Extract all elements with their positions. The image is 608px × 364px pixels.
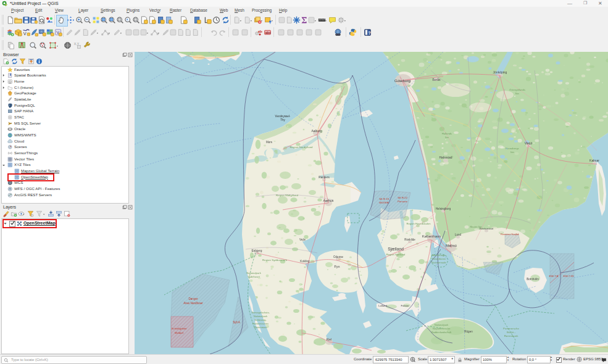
svg-text:Region Sjælland: Region Sjælland bbox=[386, 253, 406, 256]
svg-text:Aflandshage-: Aflandshage- bbox=[431, 254, 446, 257]
svg-text:ESD T.B: ESD T.B bbox=[549, 275, 558, 278]
svg-text:Hallands: Hallands bbox=[442, 132, 452, 135]
svg-text:København: København bbox=[422, 234, 441, 238]
svg-text:Vendsyssel-: Vendsyssel- bbox=[275, 115, 291, 118]
svg-text:Lolland: Lolland bbox=[378, 304, 387, 307]
svg-text:Göteborg: Göteborg bbox=[394, 78, 410, 83]
svg-text:Meldorf: Meldorf bbox=[175, 331, 184, 334]
svg-text:Växjö: Växjö bbox=[525, 141, 533, 145]
svg-text:Rønnebank: Rønnebank bbox=[504, 334, 519, 337]
svg-text:Skåne län: Skåne län bbox=[470, 225, 482, 228]
svg-text:abc: abc bbox=[265, 31, 271, 35]
svg-text:Schleswig-: Schleswig- bbox=[254, 318, 267, 321]
svg-text:SK R 22: SK R 22 bbox=[398, 196, 407, 199]
svg-text:Malmö: Malmö bbox=[446, 244, 457, 247]
svg-text:X,Y: X,Y bbox=[74, 42, 80, 46]
svg-text:Randers: Randers bbox=[319, 176, 330, 179]
svg-text:län: län bbox=[445, 136, 449, 139]
svg-text:ESD T.39: ESD T.39 bbox=[564, 275, 575, 278]
svg-text:Falster: Falster bbox=[401, 304, 409, 307]
svg-text:Vadehavet: Vadehavet bbox=[248, 275, 260, 278]
svg-text:Halmstad: Halmstad bbox=[439, 155, 452, 159]
svg-text:?: ? bbox=[368, 30, 371, 36]
svg-text:Vejle: Vejle bbox=[299, 238, 306, 241]
svg-text:län: län bbox=[515, 92, 519, 95]
svg-text:Danger: Danger bbox=[188, 297, 198, 300]
svg-text:Region Nordjylland: Region Nordjylland bbox=[289, 146, 313, 149]
svg-text:Persone: Persone bbox=[398, 200, 407, 203]
svg-text:Sjælland: Sjælland bbox=[388, 247, 404, 252]
svg-text:Fyn: Fyn bbox=[335, 265, 340, 268]
svg-text:Kiel: Kiel bbox=[327, 337, 331, 341]
svg-text:Lund: Lund bbox=[455, 233, 462, 236]
svg-text:Aalborg: Aalborg bbox=[311, 129, 322, 133]
svg-text:Bucht -: Bucht - bbox=[507, 331, 515, 334]
svg-text:Falsterborev: Falsterborev bbox=[432, 257, 446, 260]
svg-text:abc: abc bbox=[258, 30, 262, 33]
svg-text:Östergötlands: Östergötlands bbox=[509, 88, 525, 91]
svg-text:Vorpommersche: Vorpommersche bbox=[432, 327, 451, 330]
svg-text:SK R 19: SK R 19 bbox=[379, 197, 389, 201]
svg-text:Wattenmeer: Wattenmeer bbox=[254, 326, 267, 329]
svg-text:Helsingborg: Helsingborg bbox=[436, 207, 451, 210]
svg-text:Rügen: Rügen bbox=[464, 330, 473, 333]
svg-text:Odense: Odense bbox=[333, 255, 344, 259]
svg-text:Region Hovedstaden: Region Hovedstaden bbox=[406, 222, 431, 225]
svg-text:V: V bbox=[23, 31, 27, 36]
svg-text:Kalmar: Kalmar bbox=[589, 159, 599, 162]
svg-text:län: län bbox=[510, 151, 514, 154]
svg-text:Region Midtjylland: Region Midtjylland bbox=[276, 194, 298, 197]
svg-text:Esbjerg: Esbjerg bbox=[252, 249, 262, 252]
svg-text:Thy: Thy bbox=[280, 118, 285, 122]
svg-text:Roskilde: Roskilde bbox=[404, 238, 415, 241]
svg-text:Aarhus: Aarhus bbox=[323, 199, 333, 202]
svg-text:Bornholm: Bornholm bbox=[527, 278, 539, 281]
svg-text:Sylt A: Sylt A bbox=[233, 321, 241, 324]
svg-text:Nationalpark: Nationalpark bbox=[435, 323, 448, 326]
svg-text:Seevogelschutz-: Seevogelschutz- bbox=[251, 311, 270, 314]
svg-text:Naturområde: Naturområde bbox=[431, 261, 446, 264]
svg-text:Mors: Mors bbox=[266, 141, 273, 144]
svg-text:Borås: Borås bbox=[432, 78, 441, 81]
svg-text:Schießgebiet: Schießgebiet bbox=[172, 327, 187, 330]
svg-text:Area Vandfuser: Area Vandfuser bbox=[183, 302, 203, 305]
svg-text:Holsteinisches: Holsteinisches bbox=[252, 322, 269, 325]
svg-text:WGTER: WGTER bbox=[379, 201, 389, 204]
svg-text:Kasernas Vaujfak: Kasernas Vaujfak bbox=[501, 233, 519, 236]
svg-text:Jönköping: Jönköping bbox=[493, 70, 507, 74]
svg-text:Kolding: Kolding bbox=[300, 260, 310, 263]
svg-text:Nationalpark: Nationalpark bbox=[254, 315, 267, 318]
svg-text:Region Syddanmark: Region Syddanmark bbox=[262, 259, 288, 262]
svg-text:Pommersche: Pommersche bbox=[503, 327, 519, 330]
svg-text:Boddenlandschaft: Boddenlandschaft bbox=[431, 331, 452, 334]
svg-text:Nationalpark: Nationalpark bbox=[246, 271, 261, 275]
svg-text:Kronobergs: Kronobergs bbox=[506, 147, 519, 150]
